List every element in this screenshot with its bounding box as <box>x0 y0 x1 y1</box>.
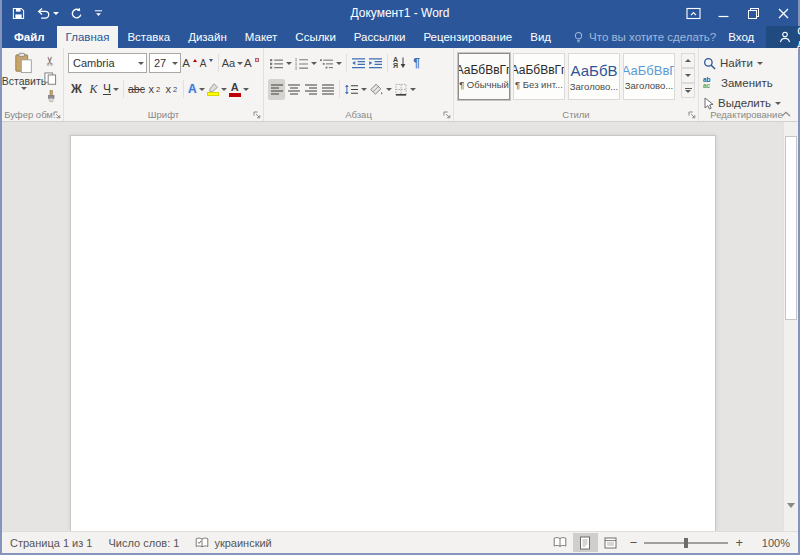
select-cursor-icon <box>703 97 714 110</box>
sort-button[interactable]: АЯ <box>391 53 408 74</box>
zoom-in-button[interactable]: + <box>728 535 750 550</box>
scroll-down-button[interactable] <box>787 508 795 526</box>
customize-qat-button[interactable] <box>94 9 103 18</box>
multilevel-list-caret <box>336 62 342 65</box>
superscript-button[interactable]: х2 <box>163 79 180 100</box>
increase-indent-button[interactable] <box>367 53 384 74</box>
decrease-indent-button[interactable] <box>350 53 367 74</box>
word-window: Документ1 - Word Файл Главная Вставка Ди… <box>0 0 800 555</box>
bullets-button[interactable] <box>268 53 293 74</box>
zoom-level[interactable]: 100% <box>758 537 790 549</box>
tab-home[interactable]: Главная <box>57 26 119 48</box>
highlight-color-button[interactable] <box>206 79 228 100</box>
redo-button[interactable] <box>70 7 83 20</box>
shading-icon <box>369 83 384 96</box>
align-center-button[interactable] <box>285 79 302 100</box>
change-case-button[interactable]: Аа <box>222 53 243 74</box>
sign-in-button[interactable]: Вход <box>716 26 766 48</box>
shrink-font-button[interactable]: А <box>198 53 215 74</box>
replace-button[interactable]: ab ас Заменить <box>703 74 791 92</box>
show-paragraph-marks-button[interactable]: ¶ <box>408 53 425 74</box>
tab-review[interactable]: Рецензирование <box>414 26 521 48</box>
font-name-caret <box>138 62 144 65</box>
tab-design[interactable]: Дизайн <box>179 26 236 48</box>
numbering-button[interactable] <box>293 53 318 74</box>
align-right-button[interactable] <box>302 79 319 100</box>
redo-icon <box>70 7 83 20</box>
tab-insert[interactable]: Вставка <box>118 26 179 48</box>
tab-layout[interactable]: Макет <box>236 26 287 48</box>
collapse-ribbon-button[interactable] <box>781 111 791 117</box>
styles-more-button[interactable] <box>681 83 695 98</box>
ribbon-display-options-button[interactable] <box>678 0 708 26</box>
tab-file[interactable]: Файл <box>2 26 57 48</box>
divider <box>183 80 184 98</box>
borders-button[interactable] <box>393 79 417 100</box>
cut-button[interactable]: ✂ <box>42 53 59 68</box>
proofing-status[interactable]: украинский <box>195 537 271 549</box>
tab-view[interactable]: Вид <box>521 26 560 48</box>
grow-font-button[interactable]: А <box>181 53 198 74</box>
styles-scroll-up-button[interactable] <box>681 53 695 68</box>
tell-me-search[interactable]: Что вы хотите сделать? <box>573 26 716 48</box>
font-size-combo[interactable]: 27 <box>149 53 181 73</box>
paragraph-dialog-launcher[interactable] <box>443 111 451 119</box>
highlighter-icon <box>207 83 219 96</box>
undo-button[interactable] <box>36 7 59 20</box>
align-left-button[interactable] <box>268 79 285 100</box>
proofing-book-icon <box>195 537 209 549</box>
document-page[interactable] <box>70 135 716 531</box>
vertical-scrollbar[interactable] <box>783 122 798 531</box>
style-heading1[interactable]: АаБбВ Заголово... <box>568 53 620 100</box>
shading-button[interactable] <box>368 79 393 100</box>
line-spacing-button[interactable] <box>343 79 368 100</box>
style-normal[interactable]: АаБбВвГг, ¶ Обычный <box>458 53 510 100</box>
underline-button[interactable]: Ч <box>102 79 120 100</box>
save-button[interactable] <box>12 7 25 20</box>
clipboard-dialog-launcher[interactable] <box>53 111 61 119</box>
lightbulb-icon <box>573 31 584 44</box>
bold-button[interactable]: Ж <box>68 79 85 100</box>
shading-caret <box>386 88 392 91</box>
subscript-button[interactable]: х2 <box>146 79 163 100</box>
clear-formatting-button[interactable]: А <box>243 53 260 74</box>
styles-scroll-down-button[interactable] <box>681 68 695 83</box>
font-name-combo[interactable]: Cambria <box>68 53 147 73</box>
page-count[interactable]: Страница 1 из 1 <box>10 537 92 549</box>
find-icon <box>703 57 716 70</box>
minimize-button[interactable] <box>708 0 738 26</box>
strikethrough-button[interactable]: abc <box>127 79 146 100</box>
justify-button[interactable] <box>319 79 336 100</box>
multilevel-list-button[interactable] <box>318 53 343 74</box>
print-layout-button[interactable] <box>573 533 598 552</box>
align-center-icon <box>287 83 301 96</box>
paste-button[interactable]: Вставить <box>6 51 42 104</box>
justify-icon <box>321 83 335 96</box>
style-heading2[interactable]: АаБбВвГ Заголово... <box>623 53 675 100</box>
find-button[interactable]: Найти <box>703 54 791 72</box>
read-mode-button[interactable] <box>548 533 573 552</box>
tab-references[interactable]: Ссылки <box>286 26 345 48</box>
format-painter-button[interactable] <box>42 89 59 104</box>
web-layout-button[interactable] <box>598 533 623 552</box>
font-color-button[interactable]: А <box>228 79 250 100</box>
tab-mailings[interactable]: Рассылки <box>345 26 415 48</box>
scrollbar-thumb[interactable] <box>785 136 797 320</box>
share-button[interactable]: Общий доступ <box>766 26 800 48</box>
zoom-slider-thumb[interactable] <box>684 538 688 548</box>
word-count[interactable]: Число слов: 1 <box>108 537 179 549</box>
zoom-out-button[interactable]: − <box>623 535 645 550</box>
cut-icon: ✂ <box>44 55 58 65</box>
zoom-slider[interactable] <box>644 542 728 544</box>
font-dialog-launcher[interactable] <box>253 111 261 119</box>
maximize-button[interactable] <box>738 0 768 26</box>
underline-caret <box>113 88 119 91</box>
copy-button[interactable] <box>42 71 59 86</box>
styles-dialog-launcher[interactable] <box>688 111 696 119</box>
save-icon <box>12 7 25 20</box>
style-no-spacing[interactable]: АаБбВвГг, ¶ Без инт... <box>513 53 565 100</box>
italic-button[interactable]: К <box>85 79 102 100</box>
print-layout-icon <box>579 536 591 550</box>
close-button[interactable] <box>768 0 798 26</box>
text-effects-button[interactable]: А <box>187 79 206 100</box>
